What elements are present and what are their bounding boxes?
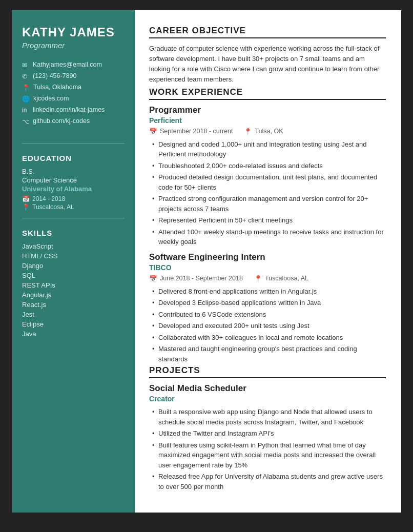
skill-item: Java: [22, 330, 125, 338]
contact-github: ⌥ github.com/kj-codes: [22, 117, 125, 125]
job-title-2: Software Engineering Intern: [149, 252, 386, 262]
job-location-2: 📍 Tuscaloosa, AL: [254, 275, 308, 282]
skill-item: REST APIs: [22, 281, 125, 289]
job-bullets-2: Delivered 8 front-end applications writt…: [149, 287, 386, 364]
candidate-name: KATHY JAMES: [22, 26, 125, 39]
job-dates-1: 📅 September 2018 - current: [149, 128, 233, 135]
bullet-item: Utilized the Twitter and Instagram API's: [151, 428, 386, 439]
bullet-item: Produced detailed design documentation, …: [151, 172, 386, 192]
project-bullets-1: Built a responsive web app using Django …: [149, 407, 386, 492]
projects-header: PROJECTS: [149, 365, 386, 378]
work-experience-header: WORK EXPERIENCE: [149, 87, 386, 100]
github-icon: ⌥: [22, 118, 29, 125]
bullet-item: Attended 100+ weekly stand-up meetings t…: [151, 227, 386, 247]
skill-item: Django: [22, 262, 125, 270]
calendar-icon-2: 📅: [149, 275, 157, 282]
skill-item: Eclipse: [22, 320, 125, 328]
candidate-title: Programmer: [22, 41, 125, 50]
contact-location: 📍 Tulsa, Oklahoma: [22, 84, 125, 91]
contact-list: ✉ Kathyjames@email.com ✆ (123) 456-7890 …: [22, 61, 125, 129]
contact-phone: ✆ (123) 456-7890: [22, 72, 125, 80]
edu-location: 📍 Tuscaloosa, AL: [22, 203, 125, 211]
resume-container: KATHY JAMES Programmer ✉ Kathyjames@emai…: [12, 10, 401, 513]
project-role-1: Creator: [149, 395, 386, 403]
calendar-icon-1: 📅: [149, 128, 157, 135]
bullet-item: Practiced strong configuration managemen…: [151, 194, 386, 214]
skill-item: JavaScript: [22, 242, 125, 250]
edu-years: 📅 2014 - 2018: [22, 195, 125, 202]
skills-title: SKILLS: [22, 229, 125, 237]
project-title-1: Social Media Scheduler: [149, 383, 386, 394]
bullet-item: Built features using scikit-learn in Pyt…: [151, 440, 386, 470]
bullet-item: Contributed to 6 VSCode extensions: [151, 310, 386, 320]
sidebar-divider-1: [22, 143, 125, 144]
bullet-item: Represented Perficient in 50+ client mee…: [151, 215, 386, 226]
edu-school: University of Alabama: [22, 185, 125, 193]
edu-major: Computer Science: [22, 176, 125, 184]
linkedin-icon: in: [22, 107, 29, 114]
contact-linkedin: in linkedin.com/in/kat-james: [22, 106, 125, 114]
location-icon-1: 📍: [244, 128, 252, 135]
bullet-item: Troubleshooted 2,000+ code-related issue…: [151, 161, 386, 171]
career-objective-text: Graduate of computer science with experi…: [149, 44, 386, 85]
job-meta-2: 📅 June 2018 - September 2018 📍 Tuscaloos…: [149, 275, 386, 282]
company-name-1: Perficient: [149, 116, 386, 125]
sidebar: KATHY JAMES Programmer ✉ Kathyjames@emai…: [12, 10, 135, 513]
job-title-1: Programmer: [149, 105, 386, 115]
edu-degree: B.S.: [22, 168, 125, 175]
projects-section: PROJECTS Social Media Scheduler Creator …: [149, 365, 386, 492]
skills-list: JavaScript HTML/ CSS Django SQL REST API…: [22, 242, 125, 338]
globe-icon: 🌐: [22, 95, 30, 103]
bullet-item: Released free App for University of Alab…: [151, 472, 386, 492]
job-dates-2: 📅 June 2018 - September 2018: [149, 275, 243, 282]
main-content: CAREER OBJECTIVE Graduate of computer sc…: [135, 10, 401, 513]
bullet-item: Mastered and taught engineering group's …: [151, 344, 386, 364]
skill-item: SQL: [22, 272, 125, 279]
skill-item: HTML/ CSS: [22, 252, 125, 260]
map-pin-icon: 📍: [22, 203, 30, 211]
skill-item: Angular.js: [22, 291, 125, 299]
job-entry-2: Software Engineering Intern TIBCO 📅 June…: [149, 252, 386, 364]
bullet-item: Collaborated with 30+ colleagues in loca…: [151, 333, 386, 343]
job-entry-1: Programmer Perficient 📅 September 2018 -…: [149, 105, 386, 247]
contact-email: ✉ Kathyjames@email.com: [22, 61, 125, 69]
education-section: EDUCATION B.S. Computer Science Universi…: [22, 154, 125, 218]
job-bullets-1: Designed and coded 1,000+ unit and integ…: [149, 139, 386, 247]
bullet-item: Developed and executed 200+ unit tests u…: [151, 321, 386, 331]
career-objective-section: CAREER OBJECTIVE Graduate of computer sc…: [149, 26, 386, 85]
location-icon: 📍: [22, 84, 30, 91]
skill-item: Jest: [22, 311, 125, 318]
bullet-item: Delivered 8 front-end applications writt…: [151, 287, 386, 297]
sidebar-divider-2: [22, 218, 125, 218]
company-name-2: TIBCO: [149, 263, 386, 272]
contact-website: 🌐 kjcodes.com: [22, 95, 125, 103]
skills-section: SKILLS JavaScript HTML/ CSS Django SQL R…: [22, 229, 125, 340]
location-icon-2: 📍: [254, 275, 262, 282]
job-meta-1: 📅 September 2018 - current 📍 Tulsa, OK: [149, 128, 386, 135]
skill-item: React.js: [22, 301, 125, 309]
bullet-item: Built a responsive web app using Django …: [151, 407, 386, 427]
job-location-1: 📍 Tulsa, OK: [244, 128, 283, 135]
bullet-item: Developed 3 Eclipse-based applications w…: [151, 298, 386, 308]
work-experience-section: WORK EXPERIENCE Programmer Perficient 📅 …: [149, 87, 386, 364]
calendar-icon: 📅: [22, 195, 30, 202]
phone-icon: ✆: [22, 73, 29, 80]
education-title: EDUCATION: [22, 154, 125, 162]
envelope-icon: ✉: [22, 62, 29, 69]
career-objective-header: CAREER OBJECTIVE: [149, 26, 386, 38]
project-entry-1: Social Media Scheduler Creator Built a r…: [149, 383, 386, 492]
bullet-item: Designed and coded 1,000+ unit and integ…: [151, 139, 386, 159]
